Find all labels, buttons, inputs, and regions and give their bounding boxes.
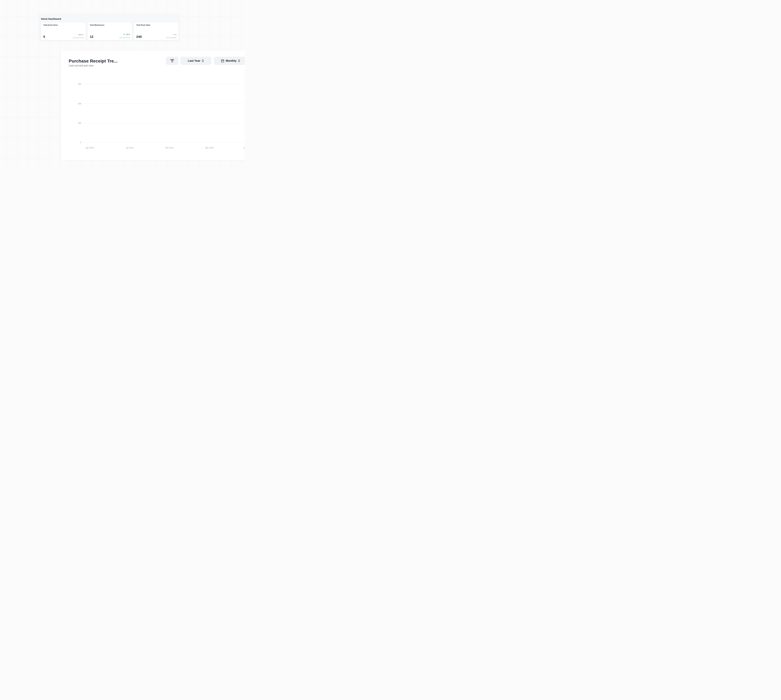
stat-card-label: Total Stock Value [136,24,150,26]
x-axis-tick-label: Jan 2022 [205,147,214,149]
x-axis-tick-label: Apr 2022 [243,147,245,149]
trend-up-arrow-icon: ↗ [123,33,125,36]
stock-dashboard-title: Stock Dashboard [41,18,61,20]
stat-card-note: since last month [73,37,83,38]
x-axis-tick-label: Apr 2021 [86,147,94,149]
x-axis-tick-label: Oct 2021 [165,147,174,149]
dashboard-canvas: Stock Dashboard Total Active Items ... 5… [0,0,245,167]
chart-gridline [83,103,245,104]
purchase-receipt-chart-panel: Purchase Receipt Tre... Last synced just… [61,51,245,160]
stat-card-delta: ↗ 20 % [119,33,130,36]
stat-card-delta: NaN % [73,34,83,36]
y-axis-tick-label: 200 [61,102,81,105]
stat-card-delta-value: 20 % [126,33,130,35]
grid-line [17,0,17,167]
stat-card-total-active-items: Total Active Items ... 5 NaN % since las… [41,22,86,40]
stat-card-label: Total Active Items [43,24,58,26]
card-overflow-menu-button[interactable]: ... [81,24,83,25]
card-overflow-menu-button[interactable]: ... [174,24,177,25]
stat-card-note: since last month [119,37,130,38]
stat-card-value: 240 [136,35,142,38]
y-axis-tick-label: 300 [61,83,81,85]
y-axis-tick-label: 0 [61,141,81,143]
stat-card-label: Total Warehouses [90,24,105,26]
stat-card-value: 12 [90,35,93,38]
line-chart-plot-area: 3002001000Apr 2021Jul 2021Oct 2021Jan 20… [61,51,245,160]
stock-dashboard-panel: Stock Dashboard Total Active Items ... 5… [38,14,180,41]
stat-card-value: 5 [43,35,45,38]
stat-cards-row: Total Active Items ... 5 NaN % since las… [41,22,178,40]
y-axis-tick-label: 100 [61,122,81,124]
stat-card-note: since yesterday [166,37,177,38]
stat-card-delta: 0 % [166,34,177,36]
x-axis-tick-label: Jul 2021 [126,147,133,149]
grid-line [6,0,7,167]
stat-card-total-warehouses: Total Warehouses ... 12 ↗ 20 % since las… [87,22,132,40]
card-overflow-menu-button[interactable]: ... [127,24,130,25]
stat-card-total-stock-value: Total Stock Value ... 240 0 % since yest… [134,22,178,40]
